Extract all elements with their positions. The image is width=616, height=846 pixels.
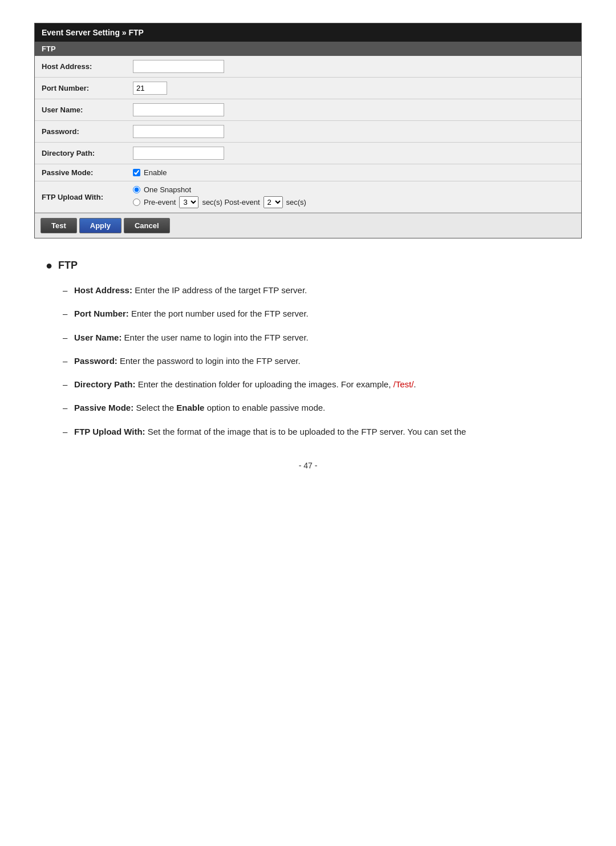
doc-user-term: User Name: (74, 333, 121, 342)
doc-port-term: Port Number: (74, 309, 129, 318)
doc-directory-text: Enter the destination folder for uploadi… (138, 379, 394, 389)
doc-user-text: Enter the user name to login into the FT… (124, 333, 309, 342)
cancel-button[interactable]: Cancel (124, 218, 170, 233)
doc-items-list: Host Address: Enter the IP address of th… (63, 284, 570, 438)
section-header: FTP (35, 42, 581, 56)
doc-passive-text: Select the Enable option to enable passi… (136, 403, 325, 412)
doc-upload-term: FTP Upload With: (74, 427, 145, 436)
ftp-upload-radio-group: One Snapshot Pre-event 1 2 3 4 5 sec(s) … (133, 185, 574, 208)
directory-path-label: Directory Path: (35, 143, 126, 164)
doc-item-password: Password: Enter the password to login in… (63, 354, 570, 367)
post-event-select[interactable]: 1 2 3 4 5 (264, 196, 283, 208)
doc-directory-term: Directory Path: (74, 379, 136, 389)
port-number-row: Port Number: (35, 78, 581, 99)
doc-item-host: Host Address: Enter the IP address of th… (63, 284, 570, 297)
pre-event-text: Pre-event (144, 198, 176, 207)
doc-password-text: Enter the password to login into the FTP… (120, 356, 301, 366)
doc-host-term: Host Address: (74, 285, 132, 295)
test-button[interactable]: Test (40, 218, 77, 233)
doc-title-text: FTP (58, 260, 78, 272)
ftp-upload-label: FTP Upload With: (35, 181, 126, 213)
panel-title: Event Server Setting » FTP (35, 23, 581, 42)
host-address-input[interactable] (133, 60, 224, 73)
doc-upload-text: Set the format of the image that is to b… (148, 427, 466, 436)
doc-host-text: Enter the IP address of the target FTP s… (135, 285, 307, 295)
doc-passive-bold: Enable (176, 403, 204, 412)
bullet-icon: ● (46, 259, 52, 272)
ftp-upload-row: FTP Upload With: One Snapshot Pre-event … (35, 181, 581, 213)
one-snapshot-text: One Snapshot (144, 185, 191, 194)
one-snapshot-radio-label[interactable]: One Snapshot (133, 185, 574, 194)
doc-item-upload: FTP Upload With: Set the format of the i… (63, 425, 570, 438)
doc-directory-example: /Test/ (393, 379, 414, 389)
user-name-input[interactable] (133, 103, 224, 116)
pre-event-radio[interactable] (133, 199, 140, 206)
passive-mode-checkbox[interactable] (133, 169, 140, 176)
host-address-label: Host Address: (35, 56, 126, 78)
port-number-input[interactable] (133, 82, 167, 95)
passive-mode-label: Passive Mode: (35, 164, 126, 181)
doc-port-text: Enter the port number used for the FTP s… (131, 309, 309, 318)
button-bar: Test Apply Cancel (35, 213, 581, 238)
passive-mode-checkbox-text: Enable (144, 168, 167, 177)
sec-label-1: sec(s) Post-event (202, 198, 260, 207)
password-label: Password: (35, 121, 126, 143)
sec-label-2: sec(s) (286, 198, 306, 207)
doc-section: ● FTP Host Address: Enter the IP address… (34, 259, 582, 438)
doc-section-title: ● FTP (46, 259, 570, 272)
user-name-label: User Name: (35, 99, 126, 121)
page-number: - 47 - (34, 461, 582, 470)
pre-event-radio-label[interactable]: Pre-event 1 2 3 4 5 sec(s) Post-event 1 … (133, 196, 574, 208)
pre-event-select[interactable]: 1 2 3 4 5 (179, 196, 198, 208)
doc-item-user: User Name: Enter the user name to login … (63, 331, 570, 344)
password-input[interactable] (133, 125, 224, 138)
one-snapshot-radio[interactable] (133, 186, 140, 193)
doc-item-port: Port Number: Enter the port number used … (63, 307, 570, 320)
passive-mode-row: Passive Mode: Enable (35, 164, 581, 181)
directory-path-row: Directory Path: (35, 143, 581, 164)
settings-panel: Event Server Setting » FTP FTP Host Addr… (34, 23, 582, 238)
doc-directory-period: . (414, 379, 416, 389)
doc-password-term: Password: (74, 356, 117, 366)
doc-item-directory: Directory Path: Enter the destination fo… (63, 378, 570, 391)
host-address-row: Host Address: (35, 56, 581, 78)
form-table: Host Address: Port Number: User Name: Pa… (35, 56, 581, 213)
directory-path-input[interactable] (133, 147, 224, 160)
port-number-label: Port Number: (35, 78, 126, 99)
doc-passive-term: Passive Mode: (74, 403, 133, 412)
passive-mode-checkbox-label[interactable]: Enable (133, 168, 574, 177)
user-name-row: User Name: (35, 99, 581, 121)
doc-item-passive: Passive Mode: Select the Enable option t… (63, 401, 570, 414)
apply-button[interactable]: Apply (79, 218, 121, 233)
password-row: Password: (35, 121, 581, 143)
